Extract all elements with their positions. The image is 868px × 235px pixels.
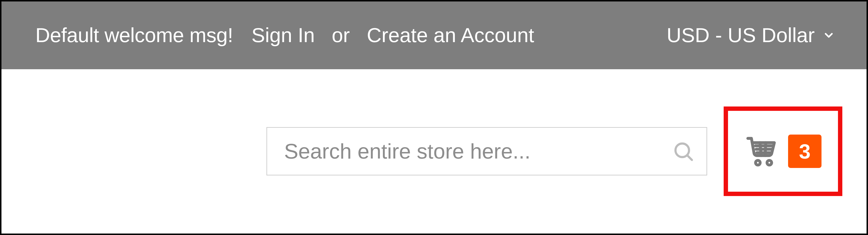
header-row: 3: [1, 69, 867, 234]
svg-line-1: [687, 155, 692, 160]
svg-point-2: [755, 161, 760, 165]
cart-count-badge: 3: [788, 135, 822, 168]
cart-button[interactable]: 3: [736, 122, 830, 180]
search-icon[interactable]: [672, 140, 695, 163]
chevron-down-icon: [823, 29, 835, 42]
mini-cart[interactable]: 3: [729, 122, 837, 180]
currency-label: USD - US Dollar: [667, 24, 815, 47]
search-input[interactable]: [284, 128, 707, 175]
cart-icon: [745, 134, 779, 168]
or-separator: or: [332, 24, 350, 47]
page: Default welcome msg! Sign In or Create a…: [0, 0, 868, 235]
sign-in-link[interactable]: Sign In: [251, 24, 315, 47]
create-account-link[interactable]: Create an Account: [367, 24, 534, 47]
svg-point-3: [767, 161, 772, 165]
welcome-message: Default welcome msg!: [35, 24, 233, 47]
svg-line-8: [765, 143, 766, 156]
currency-switcher[interactable]: USD - US Dollar: [667, 24, 835, 47]
svg-line-7: [760, 143, 761, 156]
top-bar: Default welcome msg! Sign In or Create a…: [1, 1, 867, 69]
search-box[interactable]: [267, 127, 707, 175]
